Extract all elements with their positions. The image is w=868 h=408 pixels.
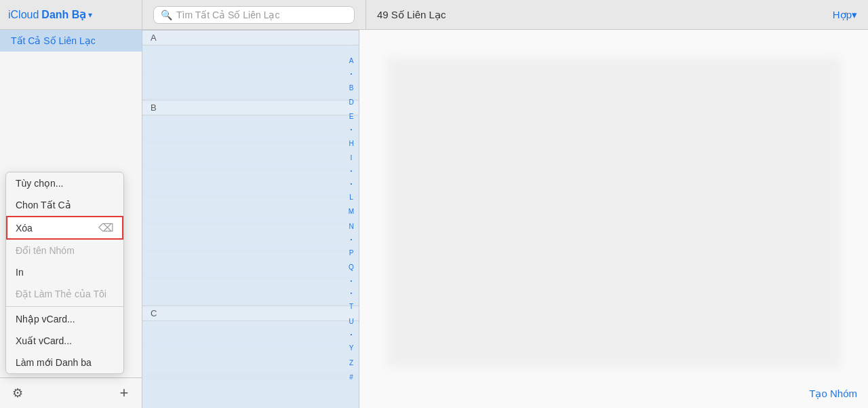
menu-item-xoa-label: Xóa — [16, 223, 33, 234]
section-header-b: B — [142, 100, 359, 115]
top-bar: iCloud Danh Bạ ▾ 🔍 Tìm Tất Cả Số Liên Lạ… — [0, 0, 868, 30]
menu-item-dat-lam-the: Đặt Làm Thẻ của Tôi — [6, 283, 123, 305]
section-header-a: A — [142, 30, 359, 45]
section-header-c: C — [142, 305, 359, 321]
menu-item-chon-tat-ca-label: Chon Tất Cả — [16, 200, 71, 210]
contact-row[interactable] — [142, 115, 359, 143]
alpha-dot-1: • — [351, 71, 353, 77]
tao-nhom-button[interactable]: Tạo Nhóm — [809, 388, 857, 400]
sidebar-item-all-contacts[interactable]: Tất Cả Số Liên Lạc — [0, 30, 142, 52]
contact-row[interactable] — [142, 197, 359, 224]
menu-item-nhap-vcard[interactable]: Nhập vCard... — [6, 308, 123, 330]
alpha-p[interactable]: P — [349, 249, 354, 257]
menu-item-doi-ten-nhom: Đổi tên Nhóm — [6, 240, 123, 261]
menu-item-tuy-chon-label: Tùy chọn... — [16, 178, 63, 189]
icloud-label: iCloud — [8, 9, 39, 21]
gear-icon: ⚙ — [12, 386, 23, 401]
contact-row[interactable] — [142, 251, 359, 278]
contact-row[interactable] — [142, 143, 359, 170]
menu-item-nhap-vcard-label: Nhập vCard... — [16, 314, 75, 324]
hop-button[interactable]: Hợp▾ — [833, 9, 857, 21]
add-icon: + — [120, 384, 129, 402]
alpha-z[interactable]: Z — [349, 359, 353, 367]
top-bar-right: 49 Số Liên Lạc Hợp▾ — [366, 0, 868, 29]
menu-item-in-label: In — [16, 267, 24, 278]
alpha-a[interactable]: A — [349, 57, 354, 64]
alpha-dot-6: • — [351, 278, 353, 284]
alpha-dot-3: • — [351, 168, 353, 174]
contact-row[interactable] — [142, 348, 359, 375]
section-c-label: C — [151, 308, 157, 318]
detail-panel: Tạo Nhóm — [359, 30, 868, 408]
alpha-t[interactable]: T — [349, 303, 353, 310]
contact-list-panel: A B C A • B D E • H I • — [142, 30, 359, 408]
alpha-q[interactable]: Q — [349, 263, 354, 271]
alpha-e[interactable]: E — [349, 113, 354, 120]
search-icon: 🔍 — [161, 10, 172, 20]
contact-row[interactable] — [142, 170, 359, 197]
contact-row[interactable] — [142, 45, 359, 73]
sidebar-bottom: ⚙ + — [0, 377, 142, 408]
alpha-b[interactable]: B — [349, 84, 354, 92]
alpha-dot-5: • — [351, 237, 353, 242]
alpha-index: A • B D E • H I • • L M N • P Q • • T U … — [347, 57, 356, 381]
gear-button[interactable]: ⚙ — [8, 384, 27, 403]
menu-item-doi-ten-label: Đổi tên Nhóm — [16, 245, 75, 256]
sidebar: Tất Cả Số Liên Lạc Tùy chọn... Chon Tất … — [0, 30, 142, 408]
contact-row[interactable] — [142, 73, 359, 100]
menu-item-xuat-vcard-label: Xuất vCard... — [16, 335, 72, 346]
contact-row[interactable] — [142, 224, 359, 251]
menu-item-tuy-chon[interactable]: Tùy chọn... — [6, 172, 123, 194]
contact-row[interactable] — [142, 321, 359, 348]
contact-row[interactable] — [142, 278, 359, 305]
alpha-i[interactable]: I — [351, 154, 353, 162]
all-contacts-label: Tất Cả Số Liên Lạc — [11, 35, 96, 46]
alpha-d[interactable]: D — [349, 98, 353, 106]
alpha-y[interactable]: Y — [349, 344, 354, 352]
section-b-label: B — [151, 103, 157, 113]
alpha-hash[interactable]: # — [349, 373, 353, 381]
alpha-dot-4: • — [351, 181, 353, 187]
context-menu: Tùy chọn... Chon Tất Cả Xóa ⌫ Đổi tên Nh… — [5, 172, 124, 374]
app-dropdown-arrow[interactable]: ▾ — [88, 10, 92, 20]
app-title-area: iCloud Danh Bạ ▾ — [0, 0, 142, 29]
menu-divider-1 — [6, 306, 123, 307]
main-content: Tất Cả Số Liên Lạc Tùy chọn... Chon Tất … — [0, 30, 868, 408]
alpha-m[interactable]: M — [349, 208, 354, 215]
delete-badge-icon: ⌫ — [98, 221, 114, 234]
alpha-l[interactable]: L — [349, 193, 353, 201]
menu-item-xuat-vcard[interactable]: Xuất vCard... — [6, 330, 123, 352]
menu-item-dat-lam-the-label: Đặt Làm Thẻ của Tôi — [16, 289, 106, 299]
search-area: 🔍 Tìm Tất Cả Số Liên Lạc — [142, 0, 366, 29]
menu-item-chon-tat-ca[interactable]: Chon Tất Cả — [6, 194, 123, 216]
search-box[interactable]: 🔍 Tìm Tất Cả Số Liên Lạc — [153, 6, 355, 24]
contact-count: 49 Số Liên Lạc — [377, 9, 446, 21]
app-name-label: Danh Bạ — [41, 8, 86, 21]
alpha-n[interactable]: N — [349, 223, 353, 230]
menu-item-in[interactable]: In — [6, 261, 123, 283]
alpha-u[interactable]: U — [349, 318, 353, 325]
menu-item-lam-moi-label: Làm mới Danh ba — [16, 357, 92, 368]
alpha-dot-8: • — [351, 332, 353, 337]
search-placeholder: Tìm Tất Cả Số Liên Lạc — [176, 10, 279, 20]
alpha-h[interactable]: H — [349, 140, 353, 147]
section-a-label: A — [151, 33, 157, 43]
alpha-dot-2: • — [351, 127, 353, 132]
menu-item-lam-moi[interactable]: Làm mới Danh ba — [6, 352, 123, 373]
add-contact-button[interactable]: + — [115, 384, 134, 403]
detail-content-blurred — [387, 57, 841, 367]
alpha-dot-7: • — [351, 291, 353, 296]
menu-item-xoa[interactable]: Xóa ⌫ — [6, 216, 123, 240]
